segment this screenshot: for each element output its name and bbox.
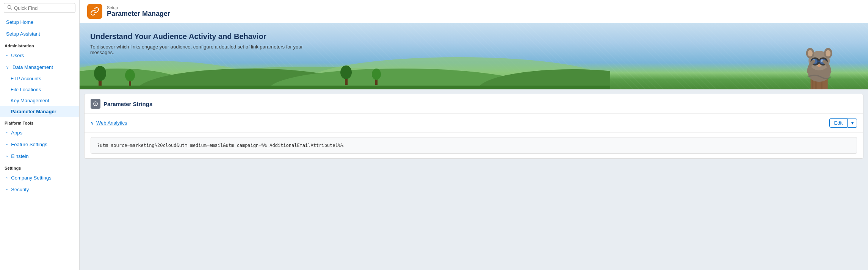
section-header-administration: Administration bbox=[0, 40, 79, 50]
banner-title: Understand Your Audience Activity and Be… bbox=[90, 32, 325, 41]
sidebar-item-data-management[interactable]: ∨ Data Management bbox=[0, 61, 79, 73]
svg-point-15 bbox=[340, 66, 352, 79]
edit-button[interactable]: Edit bbox=[829, 118, 848, 128]
setup-assistant-label: Setup Assistant bbox=[6, 31, 40, 37]
chevron-right-icon: › bbox=[5, 156, 9, 157]
chevron-right-icon: › bbox=[5, 132, 9, 133]
sidebar-item-users[interactable]: › Users bbox=[0, 50, 79, 61]
sidebar-item-file-locations[interactable]: File Locations bbox=[0, 84, 79, 95]
sidebar-item-parameter-manager[interactable]: Parameter Manager bbox=[0, 106, 79, 117]
sidebar-item-company-settings[interactable]: › Company Settings bbox=[0, 172, 79, 184]
search-wrap bbox=[0, 0, 79, 16]
sidebar-item-key-management[interactable]: Key Management bbox=[0, 95, 79, 106]
banner-content: Understand Your Audience Activity and Be… bbox=[90, 32, 325, 55]
header-title: Parameter Manager bbox=[107, 10, 170, 18]
chevron-right-icon: › bbox=[5, 189, 9, 190]
svg-point-17 bbox=[372, 69, 381, 80]
banner-hills bbox=[80, 52, 610, 89]
banner-character bbox=[792, 29, 845, 89]
utm-string-box: ?utm_source=marketing%20cloud&utm_medium… bbox=[91, 137, 857, 154]
svg-point-11 bbox=[94, 66, 106, 81]
sidebar-item-feature-settings[interactable]: › Feature Settings bbox=[0, 139, 79, 150]
quick-find-input[interactable] bbox=[14, 5, 72, 11]
sidebar-item-setup-home[interactable]: Setup Home bbox=[0, 16, 79, 28]
header-text: Setup Parameter Manager bbox=[107, 5, 170, 18]
header-icon bbox=[87, 4, 102, 19]
section-header-platform-tools: Platform Tools bbox=[0, 117, 79, 127]
dropdown-button[interactable]: ▾ bbox=[848, 119, 857, 128]
sidebar-item-setup-assistant[interactable]: Setup Assistant bbox=[0, 28, 79, 40]
svg-line-1 bbox=[11, 8, 12, 9]
svg-rect-9 bbox=[80, 86, 610, 89]
param-strings-section: Parameter Strings ∨ Web Analytics Edit ▾… bbox=[84, 94, 863, 159]
chevron-right-icon: › bbox=[5, 144, 9, 145]
search-box[interactable] bbox=[4, 3, 75, 13]
web-analytics-link[interactable]: Web Analytics bbox=[96, 120, 127, 126]
svg-point-26 bbox=[808, 50, 813, 56]
svg-point-27 bbox=[826, 50, 830, 56]
sidebar-item-apps[interactable]: › Apps bbox=[0, 127, 79, 139]
chevron-right-icon: › bbox=[5, 55, 9, 56]
section-header-settings: Settings bbox=[0, 162, 79, 172]
web-analytics-left: ∨ Web Analytics bbox=[91, 120, 127, 126]
web-analytics-chevron[interactable]: ∨ bbox=[91, 120, 94, 126]
chevron-down-icon: ∨ bbox=[6, 65, 9, 69]
sidebar-item-security[interactable]: › Security bbox=[0, 184, 79, 195]
header-setup-label: Setup bbox=[107, 5, 170, 10]
setup-home-label: Setup Home bbox=[6, 19, 33, 25]
banner-description: To discover which links engage your audi… bbox=[90, 44, 325, 55]
web-analytics-row: ∨ Web Analytics Edit ▾ bbox=[85, 114, 863, 133]
sidebar-item-ftp-accounts[interactable]: FTP Accounts bbox=[0, 73, 79, 84]
banner: Understand Your Audience Activity and Be… bbox=[80, 23, 868, 89]
search-icon bbox=[7, 5, 12, 11]
param-strings-icon bbox=[91, 99, 100, 109]
web-analytics-actions: Edit ▾ bbox=[829, 118, 857, 128]
param-strings-title: Parameter Strings bbox=[103, 101, 152, 107]
sidebar-item-einstein[interactable]: › Einstein bbox=[0, 150, 79, 162]
svg-point-36 bbox=[818, 65, 820, 67]
main-content: Setup Parameter Manager Understand Your … bbox=[80, 0, 868, 270]
param-strings-header: Parameter Strings bbox=[85, 94, 863, 114]
svg-point-13 bbox=[125, 69, 135, 81]
page-header: Setup Parameter Manager bbox=[80, 0, 868, 23]
content-area: Parameter Strings ∨ Web Analytics Edit ▾… bbox=[80, 89, 868, 270]
sidebar: Setup Home Setup Assistant Administratio… bbox=[0, 0, 80, 270]
chevron-right-icon: › bbox=[5, 177, 9, 178]
svg-rect-32 bbox=[818, 61, 820, 62]
